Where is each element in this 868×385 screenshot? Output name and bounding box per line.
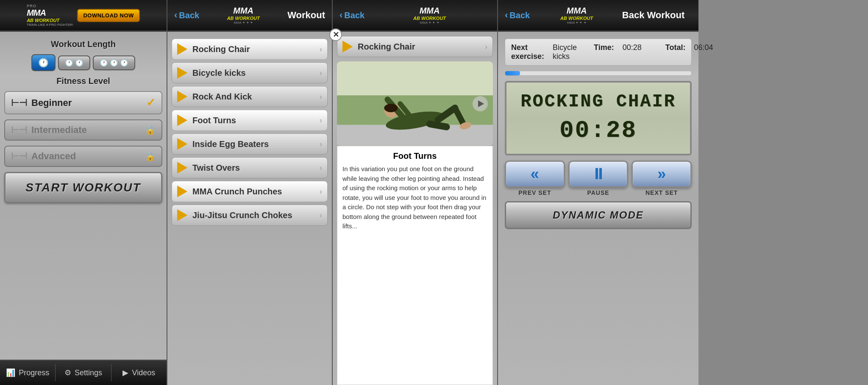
fitness-advanced-option[interactable]: ⊢⊣ Advanced 🔒: [4, 146, 162, 167]
settings-nav-item[interactable]: ⚙ Settings: [56, 365, 111, 381]
chevron-right-icon: ›: [320, 211, 322, 220]
panel4-back-label: Back: [509, 11, 530, 20]
panel3-logo: MMA AB WORKOUT MMA ✦ ✦ ✦: [369, 6, 490, 25]
progress-icon: 📊: [6, 368, 15, 377]
clock-4-icon: 🕐: [100, 59, 108, 67]
exercise-bicycle-kicks[interactable]: Bicycle kicks ›: [172, 62, 328, 83]
next-exercise-value: Bicycle kicks: [553, 43, 577, 61]
panel4-content: Next exercise: Bicycle kicks Time: 00:28…: [498, 32, 698, 236]
play-icon-foot-turns: [177, 114, 187, 126]
play-icon-bicycle-kicks: [177, 67, 187, 79]
panel3-back-label: Back: [344, 11, 364, 20]
pause-icon: ⏸: [591, 165, 606, 183]
dynamic-mode-button[interactable]: DYNAMIC MODE: [505, 201, 692, 229]
chevron-right-icon: ›: [320, 45, 322, 54]
progress-nav-item[interactable]: 📊 Progress: [0, 365, 55, 381]
next-set-icon: »: [657, 165, 666, 183]
lcd-timer: 00:28: [559, 116, 637, 145]
next-set-button[interactable]: » NEXT SET: [632, 161, 692, 196]
chevron-right-icon: ›: [320, 69, 322, 78]
logo-sub: AB WORKOUT: [27, 18, 73, 23]
exercise-jiu-jitsu-crunch-chokes[interactable]: Jiu-Jitsu Crunch Chokes ›: [172, 205, 328, 226]
exercise-foot-turns[interactable]: Foot Turns ›: [172, 110, 328, 131]
exercise-detail-area: Foot Turns In this variation you put one…: [337, 146, 493, 385]
lcd-display: ROCKING CHAIR 00:28: [505, 81, 692, 155]
sidebar-content: Workout Length 🕐 🕐 🕐 🕐 🕐 🕐 Fitness Level…: [0, 32, 167, 360]
progress-bar-fill: [505, 71, 520, 75]
sidebar-panel: PRO MMA AB WORKOUT TRAIN LIKE A PRO FIGH…: [0, 0, 167, 385]
panel4-back-button[interactable]: ‹ Back: [505, 10, 530, 21]
detail-exercise-title: Foot Turns: [342, 151, 487, 161]
workout-length-1-button[interactable]: 🕐: [31, 54, 56, 71]
start-workout-button[interactable]: START WORKOUT: [4, 172, 162, 203]
exercise-name-inside-egg-beaters: Inside Egg Beaters: [192, 139, 314, 149]
panel2-back-label: Back: [179, 11, 199, 20]
prev-set-button[interactable]: « PREV SET: [505, 161, 565, 196]
panel4-logo: MMA AB WORKOUT MMA ✦ ✦ ✦: [538, 6, 615, 25]
panel4-title: Back Workout: [615, 10, 692, 21]
back-chevron-icon: ‹: [174, 10, 177, 21]
exercise-list-panel: ‹ Back MMA AB WORKOUT MMA ✦ ✦ ✦ Workout …: [167, 0, 333, 385]
progress-nav-label: Progress: [19, 368, 49, 377]
workout-length-2-button[interactable]: 🕐 🕐: [58, 55, 90, 70]
clock-3-icon: 🕐: [75, 59, 83, 67]
lock-intermediate-icon: 🔒: [145, 125, 156, 135]
exercise-twist-overs[interactable]: Twist Overs ›: [172, 157, 328, 178]
sidebar-header: PRO MMA AB WORKOUT TRAIN LIKE A PRO FIGH…: [0, 0, 167, 32]
exercise-name-rock-and-kick: Rock And Kick: [192, 92, 314, 102]
video-container: [337, 61, 493, 146]
fitness-beginner-label: Beginner: [31, 97, 142, 108]
play-icon-jiu-jitsu-crunch-chokes: [177, 209, 187, 221]
workout-length-3-button[interactable]: 🕐 🕐 🕐: [93, 55, 135, 70]
next-set-button-face: »: [632, 161, 692, 188]
panel2-header: ‹ Back MMA AB WORKOUT MMA ✦ ✦ ✦ Workout: [167, 0, 332, 32]
exercise-rock-and-kick[interactable]: Rock And Kick ›: [172, 86, 328, 107]
fitness-intermediate-option[interactable]: ⊢⊣ Intermediate 🔒: [4, 119, 162, 141]
play-icon-mma-crunch-punches: [177, 186, 187, 197]
video-play-button[interactable]: [473, 96, 488, 111]
videos-nav-item[interactable]: ▶ Videos: [111, 365, 167, 381]
exercise-name-twist-overs: Twist Overs: [192, 163, 314, 173]
prev-set-button-face: «: [505, 161, 565, 188]
prev-set-icon: «: [531, 165, 539, 183]
back-chevron-icon-4: ‹: [505, 10, 508, 21]
panel2-back-button[interactable]: ‹ Back: [174, 10, 199, 21]
svg-point-11: [384, 104, 398, 112]
panel3-back-button[interactable]: ‹ Back: [339, 10, 364, 21]
pause-button-face: ⏸: [568, 161, 629, 188]
fitness-level-title: Fitness Level: [4, 76, 162, 86]
pause-button[interactable]: ⏸ PAUSE: [568, 161, 629, 196]
chevron-right-icon: ›: [320, 92, 322, 101]
exercise-mma-crunch-punches[interactable]: MMA Crunch Punches ›: [172, 181, 328, 202]
workout-timer-panel: ‹ Back MMA AB WORKOUT MMA ✦ ✦ ✦ Back Wor…: [498, 0, 698, 385]
download-button[interactable]: DOWNLOAD NOW: [77, 9, 139, 22]
panel2-logo: MMA AB WORKOUT MMA ✦ ✦ ✦: [203, 6, 283, 25]
bottom-navigation: 📊 Progress ⚙ Settings ▶ Videos: [0, 360, 167, 385]
exercise-detail-panel: ‹ Back MMA AB WORKOUT MMA ✦ ✦ ✦ Rocking …: [333, 0, 498, 385]
lcd-exercise-name: ROCKING CHAIR: [520, 91, 676, 112]
svg-line-9: [430, 124, 447, 127]
fitness-beginner-option[interactable]: ⊢⊣ Beginner ✓: [4, 91, 162, 114]
chevron-right-icon: ›: [320, 163, 322, 172]
clock-1-icon: 🕐: [38, 58, 49, 68]
play-icon-rocking-chair: [177, 43, 187, 55]
panel3-exercise-name: Rocking Chair: [358, 42, 480, 52]
panel3-exercise-item[interactable]: Rocking Chair ›: [337, 36, 493, 57]
exercise-name-mma-crunch-punches: MMA Crunch Punches: [192, 187, 314, 197]
chevron-right-icon: ›: [320, 140, 322, 149]
total-value: 06:04: [694, 43, 713, 61]
exercise-name-rocking-chair: Rocking Chair: [192, 44, 314, 54]
clock-5-icon: 🕐: [110, 59, 118, 67]
detail-exercise-description: In this variation you put one foot on th…: [342, 164, 487, 231]
video-illustration: [337, 61, 493, 146]
back-chevron-icon-3: ‹: [339, 10, 342, 21]
exercise-inside-egg-beaters[interactable]: Inside Egg Beaters ›: [172, 133, 328, 155]
chevron-right-icon: ›: [320, 187, 322, 196]
total-label: Total:: [665, 43, 686, 61]
exercise-rocking-chair[interactable]: Rocking Chair ›: [172, 39, 328, 60]
check-icon: ✓: [146, 96, 156, 109]
clock-6-icon: 🕐: [120, 59, 128, 67]
dumbbell-advanced-icon: ⊢⊣: [11, 151, 27, 162]
dumbbell-beginner-icon: ⊢⊣: [11, 97, 27, 108]
close-button[interactable]: ✕: [329, 28, 342, 41]
